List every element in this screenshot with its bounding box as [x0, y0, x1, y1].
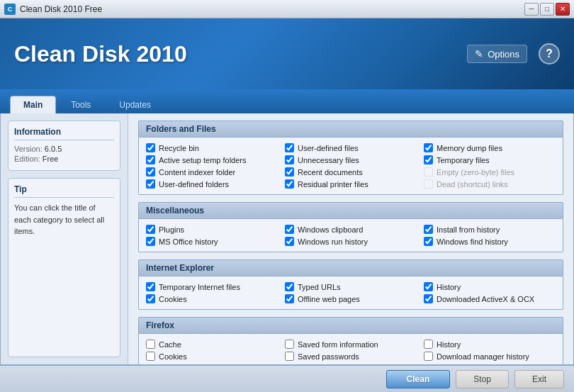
tabs-bar: Main Tools Updates	[0, 89, 574, 113]
item-typed-urls[interactable]: Typed URLs	[285, 282, 417, 291]
stop-button[interactable]: Stop	[456, 370, 509, 388]
item-recent-documents[interactable]: Recent documents	[285, 167, 417, 177]
item-windows-clipboard[interactable]: Windows clipboard	[285, 225, 417, 234]
section-body-firefox: Cache Saved form information History Coo…	[138, 334, 563, 364]
item-windows-find-history[interactable]: Windows find history	[424, 237, 556, 246]
item-user-defined-files[interactable]: User-defined files	[285, 143, 417, 152]
section-ie: Internet Explorer Temporary Internet fil…	[138, 259, 563, 310]
item-recycle-bin[interactable]: Recycle bin	[146, 143, 278, 152]
info-title: Information	[14, 127, 114, 140]
edition-label: Edition:	[14, 155, 43, 163]
item-cookies-ff[interactable]: Cookies	[146, 352, 278, 361]
info-box: Information Version: 6.0.5 Edition: Free	[8, 121, 120, 171]
section-miscellaneous: Miscellaneous Plugins Windows clipboard …	[138, 202, 563, 252]
item-saved-form-info[interactable]: Saved form information	[285, 340, 417, 349]
edition-value: Free	[43, 155, 59, 163]
section-body-ie: Temporary Internet files Typed URLs Hist…	[138, 276, 563, 310]
close-button[interactable]: ✕	[556, 3, 570, 16]
clean-button[interactable]: Clean	[386, 370, 451, 388]
section-header-folders-files[interactable]: Folders and Files	[138, 121, 563, 138]
item-windows-run-history[interactable]: Windows run history	[285, 237, 417, 246]
item-memory-dump-files[interactable]: Memory dump files	[424, 143, 556, 152]
app-header: Clean Disk 2010 ✎ Options ?	[0, 18, 574, 89]
content-area: Folders and Files Recycle bin User-defin…	[128, 113, 573, 364]
version-label: Version:	[14, 145, 45, 153]
item-cookies-ie[interactable]: Cookies	[146, 294, 278, 303]
version-row: Version: 6.0.5	[14, 145, 114, 153]
tip-text: You can click the title of each category…	[14, 202, 114, 237]
item-temp-internet-files[interactable]: Temporary Internet files	[146, 282, 278, 291]
maximize-button[interactable]: □	[540, 3, 554, 16]
section-firefox: Firefox Cache Saved form information His…	[138, 317, 563, 364]
item-ms-office-history[interactable]: MS Office history	[146, 237, 278, 246]
title-bar-buttons: ─ □ ✕	[524, 3, 570, 16]
item-unnecessary-files[interactable]: Unnecessary files	[285, 155, 417, 164]
title-bar-text: Clean Disk 2010 Free	[20, 4, 102, 14]
options-icon: ✎	[475, 48, 483, 60]
section-folders-files: Folders and Files Recycle bin User-defin…	[138, 121, 563, 195]
item-downloaded-activex[interactable]: Downloaded ActiveX & OCX	[424, 294, 556, 303]
item-offline-web[interactable]: Offline web pages	[285, 294, 417, 303]
title-bar-left: C Clean Disk 2010 Free	[4, 4, 102, 15]
tab-updates[interactable]: Updates	[106, 96, 164, 113]
section-body-folders-files: Recycle bin User-defined files Memory du…	[138, 138, 563, 195]
item-dead-shortcut[interactable]: Dead (shortcut) links	[424, 179, 556, 189]
item-temporary-files[interactable]: Temporary files	[424, 155, 556, 164]
item-history-ff[interactable]: History	[424, 340, 556, 349]
options-button[interactable]: ✎ Options	[467, 45, 527, 63]
item-plugins[interactable]: Plugins	[146, 225, 278, 234]
version-value: 6.0.5	[45, 145, 62, 153]
item-install-from-history[interactable]: Install from history	[424, 225, 556, 234]
edition-row: Edition: Free	[14, 155, 114, 163]
header-right: ✎ Options ?	[467, 43, 560, 65]
help-button[interactable]: ?	[539, 43, 560, 65]
exit-button[interactable]: Exit	[514, 370, 564, 388]
item-cache-ff[interactable]: Cache	[146, 340, 278, 349]
bottom-bar: Clean Stop Exit	[0, 365, 574, 392]
tab-main[interactable]: Main	[10, 96, 56, 113]
section-header-firefox[interactable]: Firefox	[138, 317, 563, 334]
tab-tools[interactable]: Tools	[57, 96, 104, 113]
item-user-defined-folders[interactable]: User-defined folders	[146, 179, 278, 189]
section-header-ie[interactable]: Internet Explorer	[138, 259, 563, 276]
section-body-misc: Plugins Windows clipboard Install from h…	[138, 219, 563, 252]
title-bar: C Clean Disk 2010 Free ─ □ ✕	[0, 0, 574, 18]
tip-box: Tip You can click the title of each cate…	[8, 178, 120, 357]
app-icon: C	[4, 4, 16, 15]
item-download-manager[interactable]: Download manager history	[424, 352, 556, 361]
item-saved-passwords[interactable]: Saved passwords	[285, 352, 417, 361]
section-header-misc[interactable]: Miscellaneous	[138, 202, 563, 219]
minimize-button[interactable]: ─	[524, 3, 539, 16]
item-active-setup[interactable]: Active setup temp folders	[146, 155, 278, 164]
options-label: Options	[488, 49, 519, 60]
item-residual-printer[interactable]: Residual printer files	[285, 179, 417, 189]
sidebar: Information Version: 6.0.5 Edition: Free…	[1, 113, 128, 364]
app-title: Clean Disk 2010	[14, 41, 187, 67]
item-empty-zero-byte[interactable]: Empty (zero-byte) files	[424, 167, 556, 177]
item-history-ie[interactable]: History	[424, 282, 556, 291]
item-content-indexer[interactable]: Content indexer folder	[146, 167, 278, 177]
tip-title: Tip	[14, 184, 114, 198]
main-area: Information Version: 6.0.5 Edition: Free…	[0, 113, 574, 365]
